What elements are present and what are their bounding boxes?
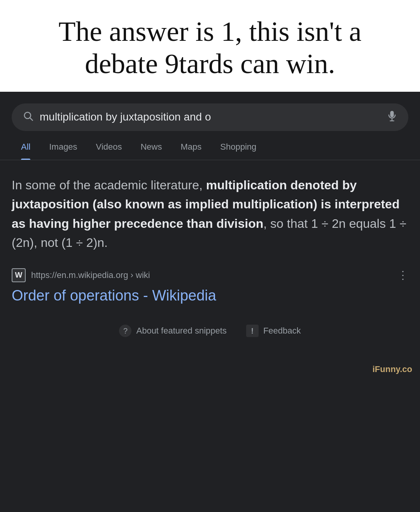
exclamation-icon: ! [246, 325, 259, 337]
footer-row: ? About featured snippets ! Feedback [12, 309, 408, 349]
snippet-paragraph: In some of the academic literature, mult… [12, 176, 408, 253]
tab-images[interactable]: Images [40, 142, 86, 160]
search-query-text: multiplication by juxtaposition and o [40, 111, 380, 123]
meme-title: The answer is 1, this isn't a debate 9ta… [23, 16, 397, 80]
snippet-text-before: In some of the academic literature, [12, 178, 206, 192]
wiki-result-link[interactable]: Order of operations - Wikipedia [12, 287, 216, 304]
wikipedia-logo: W [12, 268, 26, 282]
meme-header: The answer is 1, this isn't a debate 9ta… [0, 0, 420, 92]
wiki-source-row: W https://en.m.wikipedia.org › wiki ⋮ [12, 268, 408, 282]
search-icon [23, 110, 33, 124]
feedback-item[interactable]: ! Feedback [246, 325, 301, 337]
google-section: multiplication by juxtaposition and o Al… [0, 92, 420, 512]
tab-news[interactable]: News [131, 142, 171, 160]
tab-shopping[interactable]: Shopping [211, 142, 266, 160]
search-result-content: In some of the academic literature, mult… [0, 160, 420, 361]
feedback-label: Feedback [263, 326, 301, 336]
tab-all[interactable]: All [12, 142, 40, 160]
about-snippets-label: About featured snippets [136, 326, 226, 336]
ifunny-text: iFunny.co [373, 364, 412, 374]
tab-maps[interactable]: Maps [172, 142, 211, 160]
more-options-icon[interactable]: ⋮ [397, 269, 408, 281]
mic-icon[interactable] [387, 110, 397, 124]
search-bar[interactable]: multiplication by juxtaposition and o [12, 103, 408, 131]
wiki-result: W https://en.m.wikipedia.org › wiki ⋮ Or… [12, 268, 408, 305]
wiki-url: https://en.m.wikipedia.org › wiki [31, 270, 150, 280]
about-snippets-item[interactable]: ? About featured snippets [119, 325, 226, 337]
ifunny-watermark: iFunny.co [0, 360, 420, 381]
question-icon: ? [119, 325, 131, 337]
tabs-row: All Images Videos News Maps Shopping [0, 131, 420, 160]
tab-videos[interactable]: Videos [87, 142, 131, 160]
svg-line-1 [30, 118, 32, 120]
search-bar-container: multiplication by juxtaposition and o [0, 92, 420, 131]
